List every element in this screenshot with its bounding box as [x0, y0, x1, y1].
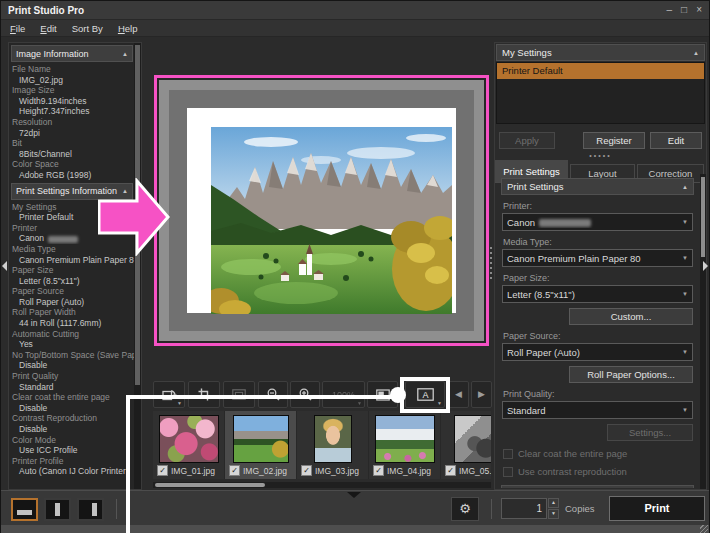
right-panel: My Settings ▲ Printer Default Apply Regi…	[494, 42, 707, 490]
status-strip	[1, 525, 709, 533]
thumbnail-item[interactable]: ✓IMG_04.jpg	[369, 411, 440, 479]
panel-splitter[interactable]	[490, 247, 492, 279]
previous-arrow-icon: ◀	[455, 390, 462, 399]
resize-grip[interactable]	[700, 525, 708, 533]
thumbnail-label: IMG_04.jpg	[387, 466, 431, 476]
thumbnail-image	[375, 415, 435, 463]
preview-photo	[211, 127, 452, 314]
next-image-button[interactable]: ▶	[471, 381, 492, 408]
view-mode-right-button[interactable]	[77, 498, 104, 521]
collapse-arrow-icon: ▲	[682, 184, 688, 190]
copies-increment-button[interactable]: ▲	[548, 498, 559, 508]
section-header-label: Image Information	[16, 49, 89, 59]
collapse-left-panel-arrow[interactable]	[2, 261, 7, 271]
view-mode-vertical-button[interactable]	[44, 498, 71, 521]
thumbnail-item[interactable]: ✓IMG_01.jpg	[153, 411, 224, 479]
thumbnail-caption: ✓IMG_05.jpg	[441, 465, 491, 476]
thumbnail-checkbox[interactable]: ✓	[373, 465, 384, 476]
my-settings-list: Printer Default	[496, 62, 705, 124]
collapse-arrow-icon: ▲	[693, 50, 699, 56]
media-type-label: Media Type:	[503, 237, 694, 247]
paper-size-label: Paper Size:	[503, 273, 694, 283]
info-value: Use ICC Profile	[9, 445, 134, 456]
paper-size-dropdown[interactable]: Letter (8.5"x11") ▼	[502, 285, 693, 303]
thumbnail-item[interactable]: ✓IMG_03.jpg	[297, 411, 368, 479]
right-panel-scrollbar[interactable]	[700, 174, 706, 489]
clear-coat-checkbox[interactable]	[503, 449, 513, 459]
roll-paper-options-button[interactable]: Roll Paper Options...	[569, 366, 693, 383]
section-header[interactable]: Image Information▲	[11, 45, 133, 62]
my-settings-selected-item[interactable]: Printer Default	[497, 63, 704, 79]
media-type-value: Canon Premium Plain Paper 80	[507, 253, 682, 264]
callout-line-horizontal	[126, 395, 398, 399]
thumbnail-checkbox[interactable]: ✓	[157, 465, 168, 476]
menu-bar: FileEditSort ByHelp	[1, 20, 709, 37]
thumbnail-item[interactable]: ✓IMG_05.jpg	[441, 411, 491, 479]
close-button[interactable]: ×	[696, 5, 702, 15]
thumbnail-caption: ✓IMG_04.jpg	[369, 465, 440, 476]
register-button[interactable]: Register	[583, 132, 645, 149]
panel-splitter-handle[interactable]: •••••	[495, 152, 706, 160]
paper-source-dropdown[interactable]: Roll Paper (Auto) ▼	[502, 343, 693, 361]
next-arrow-icon: ▶	[478, 390, 485, 399]
thumbnail-checkbox[interactable]: ✓	[301, 465, 312, 476]
dropdown-caret-icon: ▼	[357, 400, 362, 406]
thumbnail-checkbox[interactable]: ✓	[445, 465, 456, 476]
print-settings-section-header[interactable]: Print Settings ▲	[501, 178, 694, 195]
menu-help[interactable]: Help	[118, 23, 138, 34]
collapse-arrow-icon[interactable]: ▲	[122, 51, 128, 57]
my-settings-header[interactable]: My Settings ▲	[496, 44, 705, 61]
edit-button[interactable]: Edit	[650, 132, 702, 149]
preferences-button[interactable]: ⚙	[451, 497, 479, 521]
custom-paper-size-button[interactable]: Custom...	[569, 308, 693, 325]
left-panel-scrollbar[interactable]	[134, 43, 141, 489]
collapse-right-panel-arrow[interactable]	[703, 261, 708, 271]
thumbnail-checkbox[interactable]: ✓	[229, 465, 240, 476]
contrast-reproduction-checkbox[interactable]	[503, 467, 513, 477]
my-settings-header-label: My Settings	[502, 47, 552, 58]
copies-input[interactable]: 1	[501, 498, 547, 519]
view-mode-horizontal-button[interactable]	[11, 498, 38, 521]
callout-dot	[390, 387, 406, 403]
print-quality-dropdown[interactable]: Standard ▼	[502, 401, 693, 419]
copies-label: Copies	[565, 503, 595, 514]
printer-dropdown[interactable]: Canon ▼	[502, 213, 693, 231]
callout-arrow	[98, 178, 170, 256]
left-panel: Image Information▲File NameIMG_02.jpgIma…	[8, 42, 142, 490]
paper-source-value: Roll Paper (Auto)	[507, 347, 682, 358]
profile-display-button[interactable]: A ▼	[405, 381, 445, 408]
info-value: Disable	[9, 424, 134, 435]
copies-decrement-button[interactable]: ▼	[548, 509, 559, 519]
divider	[491, 499, 492, 519]
maximize-button[interactable]: □	[681, 5, 687, 15]
quality-settings-button[interactable]: Settings...	[607, 424, 693, 441]
media-type-dropdown[interactable]: Canon Premium Plain Paper 80 ▼	[502, 249, 693, 267]
thumbnail-label: IMG_02.jpg	[243, 466, 287, 476]
thumbnail-scrollbar[interactable]	[153, 482, 491, 488]
print-button[interactable]: Print	[609, 496, 705, 521]
info-label: Paper Source	[9, 286, 134, 297]
printer-value: Canon	[507, 217, 682, 228]
menu-file[interactable]: File	[10, 23, 25, 34]
info-value: Yes	[9, 339, 134, 350]
left-panel-content: Image Information▲File NameIMG_02.jpgIma…	[9, 43, 134, 489]
menu-edit[interactable]: Edit	[40, 23, 56, 34]
menu-sort-by[interactable]: Sort By	[72, 23, 103, 34]
dropdown-caret-icon: ▼	[682, 349, 688, 355]
thumbnail-image	[454, 415, 492, 463]
apply-button[interactable]: Apply	[499, 132, 555, 149]
thumbnail-strip: ✓IMG_01.jpg✓IMG_02.jpg✓IMG_03.jpg✓IMG_04…	[153, 411, 491, 479]
thumbnail-item[interactable]: ✓IMG_02.jpg	[225, 411, 296, 479]
thumbnail-image	[233, 415, 289, 463]
collapse-bottom-panel-arrow[interactable]	[347, 492, 361, 498]
thumbnail-caption: ✓IMG_02.jpg	[225, 465, 296, 476]
title-bar: Print Studio Pro – □ ×	[1, 1, 709, 20]
info-label: Bit	[9, 138, 134, 149]
previous-image-button[interactable]: ◀	[448, 381, 469, 408]
dropdown-caret-icon: ▼	[682, 255, 688, 261]
minimize-button[interactable]: –	[667, 5, 673, 15]
scrollbar-thumb[interactable]	[701, 177, 705, 257]
scrollbar-thumb[interactable]	[155, 483, 265, 487]
view-right-icon	[92, 503, 97, 516]
color-management-header[interactable]: Color Management ▲	[501, 485, 694, 488]
